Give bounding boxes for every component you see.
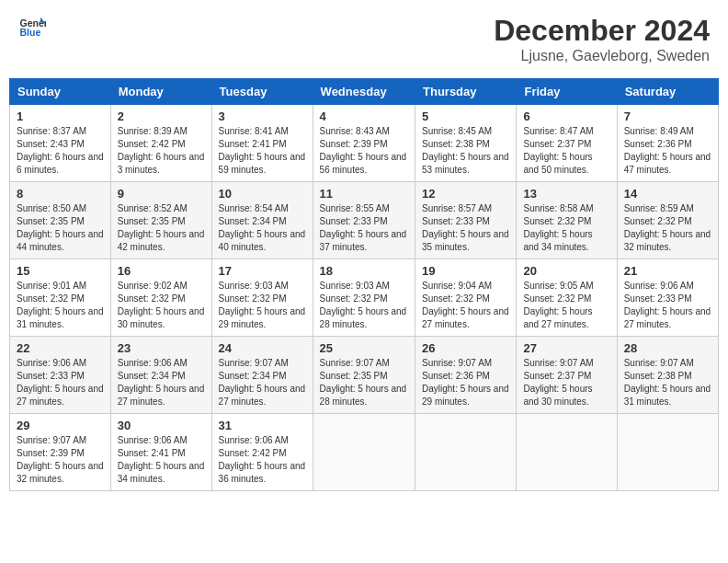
- day-info: Sunrise: 9:01 AMSunset: 2:32 PMDaylight:…: [17, 280, 104, 331]
- day-number: 17: [219, 264, 306, 278]
- day-info: Sunrise: 9:06 AMSunset: 2:33 PMDaylight:…: [624, 280, 711, 331]
- day-info: Sunrise: 8:47 AMSunset: 2:37 PMDaylight:…: [523, 125, 609, 177]
- calendar-cell: 28 Sunrise: 9:07 AMSunset: 2:38 PMDaylig…: [617, 337, 718, 414]
- calendar-cell: 15 Sunrise: 9:01 AMSunset: 2:32 PMDaylig…: [10, 259, 111, 337]
- logo: General Blue: [18, 14, 46, 41]
- calendar-cell: 7 Sunrise: 8:49 AMSunset: 2:36 PMDayligh…: [617, 105, 718, 182]
- day-info: Sunrise: 9:06 AMSunset: 2:34 PMDaylight:…: [118, 357, 205, 408]
- day-info: Sunrise: 9:06 AMSunset: 2:33 PMDaylight:…: [17, 357, 104, 408]
- day-number: 20: [523, 264, 609, 278]
- day-info: Sunrise: 9:02 AMSunset: 2:32 PMDaylight:…: [118, 280, 205, 331]
- day-number: 21: [624, 264, 711, 278]
- weekday-header-wednesday: Wednesday: [313, 79, 415, 105]
- calendar-cell: 29 Sunrise: 9:07 AMSunset: 2:39 PMDaylig…: [10, 414, 111, 491]
- calendar-week-3: 15 Sunrise: 9:01 AMSunset: 2:32 PMDaylig…: [10, 259, 719, 337]
- day-info: Sunrise: 8:49 AMSunset: 2:36 PMDaylight:…: [624, 125, 711, 177]
- day-number: 31: [219, 419, 306, 432]
- day-info: Sunrise: 9:03 AMSunset: 2:32 PMDaylight:…: [219, 280, 306, 331]
- weekday-header-tuesday: Tuesday: [211, 79, 313, 105]
- day-info: Sunrise: 9:03 AMSunset: 2:32 PMDaylight:…: [320, 280, 408, 331]
- day-number: 14: [624, 187, 711, 201]
- day-info: Sunrise: 9:07 AMSunset: 2:37 PMDaylight:…: [523, 357, 609, 408]
- day-number: 16: [118, 264, 205, 278]
- day-number: 27: [523, 341, 609, 355]
- day-info: Sunrise: 9:07 AMSunset: 2:34 PMDaylight:…: [219, 357, 306, 408]
- day-info: Sunrise: 8:54 AMSunset: 2:34 PMDaylight:…: [219, 202, 306, 254]
- title-block: December 2024 Ljusne, Gaevleborg, Sweden: [494, 14, 710, 64]
- day-info: Sunrise: 8:50 AMSunset: 2:35 PMDaylight:…: [17, 202, 104, 254]
- day-number: 2: [118, 109, 205, 123]
- calendar-cell: 10 Sunrise: 8:54 AMSunset: 2:34 PMDaylig…: [211, 182, 313, 259]
- calendar-cell: 4 Sunrise: 8:43 AMSunset: 2:39 PMDayligh…: [313, 105, 415, 182]
- day-info: Sunrise: 9:07 AMSunset: 2:39 PMDaylight:…: [17, 434, 104, 486]
- day-number: 8: [17, 187, 104, 201]
- day-number: 18: [320, 264, 408, 278]
- day-info: Sunrise: 8:59 AMSunset: 2:32 PMDaylight:…: [624, 202, 711, 254]
- calendar-cell: [617, 414, 718, 491]
- calendar-week-4: 22 Sunrise: 9:06 AMSunset: 2:33 PMDaylig…: [10, 337, 719, 414]
- day-number: 28: [624, 341, 711, 355]
- calendar-cell: 31 Sunrise: 9:06 AMSunset: 2:42 PMDaylig…: [211, 414, 313, 491]
- calendar-cell: 3 Sunrise: 8:41 AMSunset: 2:41 PMDayligh…: [211, 105, 313, 182]
- calendar-cell: 11 Sunrise: 8:55 AMSunset: 2:33 PMDaylig…: [313, 182, 415, 259]
- day-number: 12: [422, 187, 509, 201]
- day-info: Sunrise: 8:37 AMSunset: 2:43 PMDaylight:…: [17, 125, 104, 177]
- calendar-cell: 18 Sunrise: 9:03 AMSunset: 2:32 PMDaylig…: [313, 259, 415, 337]
- weekday-header-saturday: Saturday: [617, 79, 718, 105]
- day-number: 22: [17, 341, 104, 355]
- day-info: Sunrise: 9:07 AMSunset: 2:38 PMDaylight:…: [624, 357, 711, 408]
- calendar-cell: 17 Sunrise: 9:03 AMSunset: 2:32 PMDaylig…: [211, 259, 313, 337]
- calendar-cell: 23 Sunrise: 9:06 AMSunset: 2:34 PMDaylig…: [110, 337, 211, 414]
- day-number: 1: [17, 109, 104, 123]
- day-info: Sunrise: 9:06 AMSunset: 2:41 PMDaylight:…: [118, 434, 205, 486]
- weekday-header-row: SundayMondayTuesdayWednesdayThursdayFrid…: [10, 79, 719, 105]
- day-number: 4: [320, 109, 408, 123]
- calendar-cell: 21 Sunrise: 9:06 AMSunset: 2:33 PMDaylig…: [617, 259, 718, 337]
- day-number: 3: [219, 109, 306, 123]
- location-subtitle: Ljusne, Gaevleborg, Sweden: [494, 48, 710, 64]
- day-number: 9: [118, 187, 205, 201]
- calendar-cell: 20 Sunrise: 9:05 AMSunset: 2:32 PMDaylig…: [517, 259, 617, 337]
- calendar-cell: 9 Sunrise: 8:52 AMSunset: 2:35 PMDayligh…: [110, 182, 211, 259]
- calendar-cell: 27 Sunrise: 9:07 AMSunset: 2:37 PMDaylig…: [517, 337, 617, 414]
- day-info: Sunrise: 8:52 AMSunset: 2:35 PMDaylight:…: [118, 202, 205, 254]
- page-header: General Blue December 2024 Ljusne, Gaevl…: [9, 9, 719, 69]
- calendar-cell: 22 Sunrise: 9:06 AMSunset: 2:33 PMDaylig…: [10, 337, 111, 414]
- day-info: Sunrise: 8:45 AMSunset: 2:38 PMDaylight:…: [422, 125, 509, 177]
- calendar-cell: 30 Sunrise: 9:06 AMSunset: 2:41 PMDaylig…: [110, 414, 211, 491]
- calendar-cell: 26 Sunrise: 9:07 AMSunset: 2:36 PMDaylig…: [415, 337, 517, 414]
- day-info: Sunrise: 9:04 AMSunset: 2:32 PMDaylight:…: [422, 280, 509, 331]
- calendar-cell: 25 Sunrise: 9:07 AMSunset: 2:35 PMDaylig…: [313, 337, 415, 414]
- day-number: 13: [523, 187, 609, 201]
- calendar-cell: 13 Sunrise: 8:58 AMSunset: 2:32 PMDaylig…: [517, 182, 617, 259]
- day-info: Sunrise: 8:57 AMSunset: 2:33 PMDaylight:…: [422, 202, 509, 254]
- day-info: Sunrise: 9:06 AMSunset: 2:42 PMDaylight:…: [219, 434, 306, 486]
- day-number: 25: [320, 341, 408, 355]
- svg-text:Blue: Blue: [20, 27, 41, 38]
- day-info: Sunrise: 9:05 AMSunset: 2:32 PMDaylight:…: [523, 280, 609, 331]
- day-info: Sunrise: 8:55 AMSunset: 2:33 PMDaylight:…: [320, 202, 408, 254]
- calendar-cell: 16 Sunrise: 9:02 AMSunset: 2:32 PMDaylig…: [110, 259, 211, 337]
- calendar-cell: [517, 414, 617, 491]
- calendar-cell: 14 Sunrise: 8:59 AMSunset: 2:32 PMDaylig…: [617, 182, 718, 259]
- weekday-header-friday: Friday: [517, 79, 617, 105]
- day-number: 11: [320, 187, 408, 201]
- day-number: 29: [17, 419, 104, 432]
- day-info: Sunrise: 8:58 AMSunset: 2:32 PMDaylight:…: [523, 202, 609, 254]
- calendar-cell: 1 Sunrise: 8:37 AMSunset: 2:43 PMDayligh…: [10, 105, 111, 182]
- day-info: Sunrise: 9:07 AMSunset: 2:36 PMDaylight:…: [422, 357, 509, 408]
- calendar-cell: 6 Sunrise: 8:47 AMSunset: 2:37 PMDayligh…: [517, 105, 617, 182]
- calendar-cell: 19 Sunrise: 9:04 AMSunset: 2:32 PMDaylig…: [415, 259, 517, 337]
- day-number: 23: [118, 341, 205, 355]
- calendar-week-5: 29 Sunrise: 9:07 AMSunset: 2:39 PMDaylig…: [10, 414, 719, 491]
- day-number: 5: [422, 109, 509, 123]
- calendar-cell: 5 Sunrise: 8:45 AMSunset: 2:38 PMDayligh…: [415, 105, 517, 182]
- day-info: Sunrise: 8:39 AMSunset: 2:42 PMDaylight:…: [118, 125, 205, 177]
- day-number: 15: [17, 264, 104, 278]
- day-number: 6: [523, 109, 609, 123]
- day-info: Sunrise: 9:07 AMSunset: 2:35 PMDaylight:…: [320, 357, 408, 408]
- day-number: 30: [118, 419, 205, 432]
- calendar-cell: 8 Sunrise: 8:50 AMSunset: 2:35 PMDayligh…: [10, 182, 111, 259]
- weekday-header-thursday: Thursday: [415, 79, 517, 105]
- day-number: 26: [422, 341, 509, 355]
